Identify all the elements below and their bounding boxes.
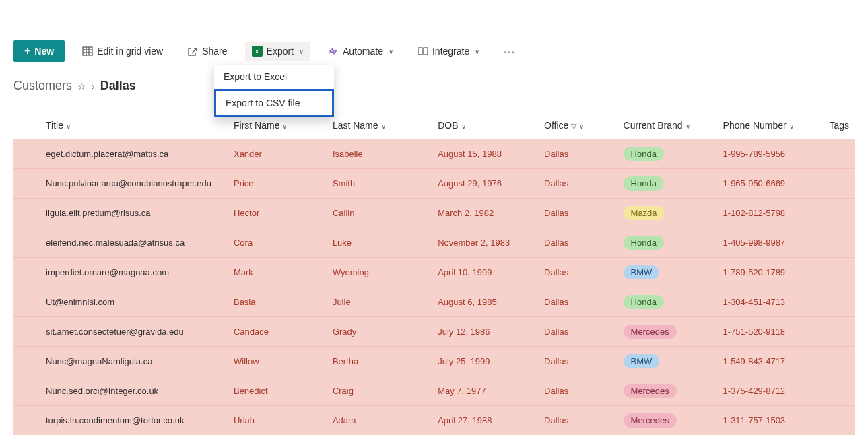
cell-brand: BMW [618, 347, 718, 376]
cell-dob: November 2, 1983 [432, 228, 539, 258]
cell-first-name: Xander [228, 139, 327, 169]
cell-last-name: Bertha [327, 347, 432, 376]
table-row[interactable]: Nunc@magnaNamligula.caWillowBerthaJuly 2… [13, 347, 855, 376]
share-button[interactable]: Share [180, 42, 234, 61]
chevron-down-icon: ∨ [686, 123, 690, 130]
cell-last-name: Craig [327, 376, 432, 406]
table-row[interactable]: imperdiet.ornare@magnaa.comMarkWyomingAp… [13, 258, 855, 287]
export-csv-item[interactable]: Export to CSV file [214, 89, 334, 117]
ellipsis-icon: ··· [504, 46, 516, 57]
col-tags[interactable]: Tags [824, 113, 855, 139]
brand-pill: Mercedes [624, 325, 677, 339]
more-actions-button[interactable]: ··· [497, 42, 523, 61]
cell-office: Dallas [539, 169, 617, 199]
cell-office: Dallas [539, 347, 617, 376]
automate-icon [328, 46, 339, 57]
cell-first-name: Basia [228, 287, 327, 317]
cell-last-name: Wyoming [327, 258, 432, 287]
table-row[interactable]: sit.amet.consectetuer@gravida.eduCandace… [13, 317, 855, 347]
cell-office: Dallas [539, 139, 617, 169]
grid-icon [82, 46, 93, 57]
cell-dob: July 25, 1999 [432, 347, 539, 376]
cell-tags [824, 258, 855, 287]
cell-title: ligula.elit.pretium@risus.ca [13, 199, 228, 228]
col-dob[interactable]: DOB∨ [432, 113, 539, 139]
table-row[interactable]: eleifend.nec.malesuada@atrisus.caCoraLuk… [13, 228, 855, 258]
cell-first-name: Hector [228, 199, 327, 228]
export-button[interactable]: x Export ∨ [245, 42, 310, 61]
integrate-icon [418, 46, 428, 57]
export-dropdown: Export to Excel Export to CSV file [214, 65, 334, 117]
cell-office: Dallas [539, 199, 617, 228]
new-button[interactable]: + New [13, 40, 65, 62]
cell-dob: August 6, 1985 [432, 287, 539, 317]
share-icon [187, 46, 198, 57]
col-office[interactable]: Office ▽∨ [539, 113, 617, 139]
new-button-label: New [34, 46, 54, 57]
cell-title: turpis.In.condimentum@tortor.co.uk [13, 406, 228, 436]
automate-button[interactable]: Automate ∨ [321, 42, 400, 61]
brand-pill: Honda [624, 147, 664, 161]
filter-icon: ▽ [571, 122, 576, 130]
cell-brand: Honda [618, 169, 718, 199]
cell-dob: August 29, 1976 [432, 169, 539, 199]
integrate-button[interactable]: Integrate ∨ [411, 42, 486, 61]
chevron-down-icon: ∨ [389, 48, 393, 55]
brand-pill: Mazda [624, 206, 665, 220]
cell-first-name: Price [228, 169, 327, 199]
brand-pill: Honda [624, 176, 664, 191]
cell-last-name: Smith [327, 169, 432, 199]
cell-dob: July 12, 1986 [432, 317, 539, 347]
table-row[interactable]: Nunc.pulvinar.arcu@conubianostraper.eduP… [13, 169, 855, 199]
cell-tags [824, 376, 855, 406]
edit-grid-label: Edit in grid view [97, 46, 163, 57]
col-last-name[interactable]: Last Name∨ [327, 113, 432, 139]
share-label: Share [202, 46, 227, 57]
brand-pill: Mercedes [624, 413, 677, 428]
brand-pill: BMW [624, 354, 660, 368]
cell-first-name: Mark [228, 258, 327, 287]
favorite-star-icon[interactable]: ☆ [77, 81, 86, 92]
svg-rect-5 [418, 48, 422, 55]
automate-label: Automate [343, 46, 383, 57]
brand-pill: Honda [624, 236, 664, 250]
cell-phone: 1-965-950-6669 [718, 169, 824, 199]
cell-brand: Mercedes [618, 317, 718, 347]
chevron-down-icon: ∨ [299, 48, 304, 55]
cell-phone: 1-375-429-8712 [718, 376, 824, 406]
cell-dob: May 7, 1977 [432, 376, 539, 406]
cell-first-name: Candace [228, 317, 327, 347]
plus-icon: + [24, 45, 30, 57]
chevron-down-icon: ∨ [475, 48, 479, 55]
cell-dob: March 2, 1982 [432, 199, 539, 228]
cell-brand: Honda [618, 139, 718, 169]
brand-pill: Honda [624, 295, 664, 309]
cell-dob: August 15, 1988 [432, 139, 539, 169]
cell-office: Dallas [539, 228, 617, 258]
integrate-label: Integrate [432, 46, 469, 57]
col-phone[interactable]: Phone Number∨ [718, 113, 824, 139]
table-row[interactable]: ligula.elit.pretium@risus.caHectorCailin… [13, 199, 855, 228]
col-title[interactable]: Title∨ [13, 113, 228, 139]
cell-phone: 1-789-520-1789 [718, 258, 824, 287]
cell-last-name: Cailin [327, 199, 432, 228]
breadcrumb-root[interactable]: Customers [13, 79, 72, 93]
cell-last-name: Isabelle [327, 139, 432, 169]
export-excel-item[interactable]: Export to Excel [214, 65, 334, 89]
cell-office: Dallas [539, 406, 617, 436]
table-row[interactable]: turpis.In.condimentum@tortor.co.ukUriahA… [13, 406, 855, 436]
command-bar: + New Edit in grid view Share x Export ∨ [0, 34, 868, 69]
chevron-down-icon: ∨ [381, 123, 386, 130]
table-row[interactable]: eget.dictum.placerat@mattis.caXanderIsab… [13, 139, 855, 169]
cell-last-name: Luke [327, 228, 432, 258]
chevron-down-icon: ∨ [282, 123, 287, 130]
col-current-brand[interactable]: Current Brand∨ [618, 113, 718, 139]
table-row[interactable]: Ut@enimnisl.comBasiaJulieAugust 6, 1985D… [13, 287, 855, 317]
export-label: Export [267, 46, 294, 57]
cell-last-name: Grady [327, 317, 432, 347]
table-row[interactable]: Nunc.sed.orci@Integer.co.ukBenedictCraig… [13, 376, 855, 406]
cell-title: Ut@enimnisl.com [13, 287, 228, 317]
edit-grid-button[interactable]: Edit in grid view [75, 42, 170, 61]
cell-tags [824, 199, 855, 228]
cell-first-name: Willow [228, 347, 327, 376]
